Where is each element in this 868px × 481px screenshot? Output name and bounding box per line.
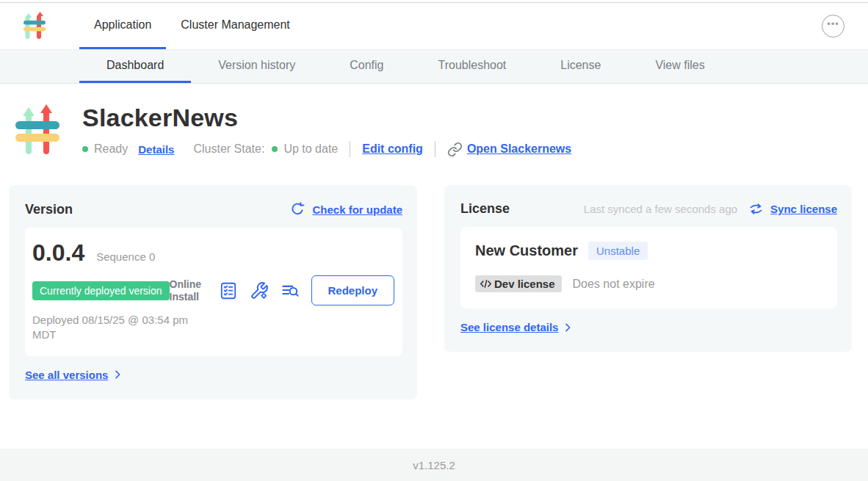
license-panel: New Customer Unstable Dev license Does n…: [460, 227, 837, 308]
preflight-checks-icon[interactable]: [219, 281, 239, 300]
slackernews-app-logo: [12, 101, 62, 160]
license-card: License Last synced a few seconds ago Sy…: [444, 185, 852, 352]
sync-license-link[interactable]: Sync license: [748, 201, 837, 217]
app-subnav: Dashboard Version history Config Trouble…: [0, 49, 868, 84]
subnav-license[interactable]: License: [533, 50, 628, 83]
see-all-versions-label: See all versions: [25, 369, 108, 381]
status-details-link[interactable]: Details: [138, 143, 174, 156]
code-icon: [480, 278, 492, 289]
divider: [350, 141, 350, 157]
sequence-label: Sequence 0: [96, 250, 155, 263]
edit-config-link[interactable]: Edit config: [362, 142, 423, 156]
deployed-badge: Currently deployed version: [32, 281, 170, 300]
customer-name: New Customer: [475, 242, 578, 259]
divider: [435, 141, 435, 157]
app-status-row: Ready Details Cluster State: Up to date …: [82, 141, 571, 157]
subnav-config[interactable]: Config: [322, 50, 411, 83]
license-card-title: License: [460, 201, 510, 217]
app-header: SlackerNews Ready Details Cluster State:…: [0, 84, 868, 160]
chevron-right-icon: [562, 322, 574, 333]
deployed-timestamp: Deployed 08/15/25 @ 03:54 pm MDT: [32, 313, 198, 343]
check-for-update-link[interactable]: Check for update: [289, 201, 402, 217]
see-license-details-label: See license details: [460, 321, 558, 333]
refresh-icon: [289, 201, 305, 217]
cluster-state-value: Up to date: [283, 142, 338, 156]
subnav-dashboard[interactable]: Dashboard: [79, 50, 191, 83]
tab-cluster-management[interactable]: Cluster Management: [166, 3, 305, 49]
subnav-view-files[interactable]: View files: [628, 50, 731, 83]
open-app-link[interactable]: Open Slackernews: [447, 142, 571, 157]
channel-badge: Unstable: [588, 242, 648, 260]
subnav-config-label: Config: [350, 59, 383, 72]
tab-application-label: Application: [94, 18, 151, 32]
redeploy-button[interactable]: Redeploy: [311, 275, 395, 305]
see-license-details-link[interactable]: See license details: [460, 321, 574, 333]
configure-icon[interactable]: [250, 281, 270, 300]
console-version: v1.125.2: [413, 459, 455, 471]
last-synced-label: Last synced a few seconds ago: [584, 203, 737, 215]
chevron-right-icon: [112, 369, 123, 380]
expiry-label: Does not expire: [573, 278, 655, 291]
version-card: Version Check for update 0.0.4 Sequence …: [9, 185, 417, 399]
subnav-troubleshoot[interactable]: Troubleshoot: [411, 50, 533, 83]
view-diff-icon[interactable]: [281, 281, 300, 300]
top-header: Application Cluster Management •••: [0, 3, 868, 49]
tab-cluster-management-label: Cluster Management: [181, 18, 290, 32]
install-type-label: Online Install: [170, 278, 208, 302]
open-app-link-label: Open Slackernews: [467, 142, 571, 156]
license-type-badge: Dev license: [475, 275, 562, 292]
subnav-troubleshoot-label: Troubleshoot: [438, 59, 506, 72]
sync-license-label: Sync license: [770, 203, 837, 215]
cluster-state-dot: [272, 146, 278, 152]
app-status-dot: [82, 146, 88, 152]
sync-arrows-icon: [748, 201, 764, 217]
slackernews-logo-icon: [22, 10, 50, 41]
console-footer: v1.125.2: [0, 449, 868, 481]
version-card-title: Version: [25, 202, 73, 217]
license-type-label: Dev license: [494, 278, 555, 290]
subnav-version-history-label: Version history: [218, 59, 295, 72]
page-title: SlackerNews: [82, 104, 571, 132]
see-all-versions-link[interactable]: See all versions: [25, 369, 123, 381]
version-number: 0.0.4: [32, 239, 84, 267]
subnav-view-files-label: View files: [655, 59, 704, 72]
subnav-license-label: License: [560, 59, 601, 72]
app-status-label: Ready: [94, 142, 128, 156]
current-version-panel: 0.0.4 Sequence 0 Currently deployed vers…: [25, 228, 402, 356]
header-tabs: Application Cluster Management: [79, 3, 305, 49]
subnav-version-history[interactable]: Version history: [191, 50, 322, 83]
check-for-update-label: Check for update: [312, 203, 402, 216]
ellipsis-menu-icon[interactable]: •••: [822, 15, 845, 37]
cluster-state-label: Cluster State:: [193, 142, 264, 156]
tab-application[interactable]: Application: [79, 3, 166, 49]
link-chain-icon: [447, 142, 463, 157]
subnav-dashboard-label: Dashboard: [106, 59, 164, 72]
